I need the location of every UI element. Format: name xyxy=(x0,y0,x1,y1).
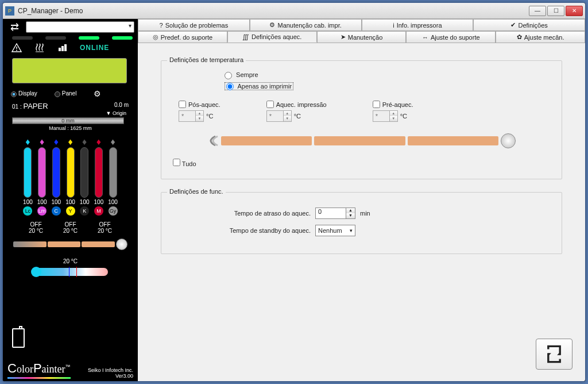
ink-code: Lc xyxy=(23,206,32,216)
drop-icon: ♦ xyxy=(110,138,115,146)
heater-temp-input[interactable]: *▲▼ xyxy=(266,110,292,122)
ink-code: M xyxy=(94,206,103,216)
display-radio[interactable] xyxy=(11,91,17,97)
ink-tube xyxy=(95,147,103,198)
heater-name: Pré-aquec. xyxy=(382,101,413,108)
tab-ajuste-mec-n-[interactable]: ✿Ajuste mecân. xyxy=(496,31,585,43)
drop-icon: ♦ xyxy=(96,138,101,146)
close-button[interactable]: ✕ xyxy=(566,6,583,16)
logo: ColorPainter™ xyxy=(7,361,71,379)
ink-code: Gy xyxy=(109,206,118,216)
heat-icon xyxy=(34,43,45,52)
ink-code: Y xyxy=(66,206,75,216)
tab-label: Ajuste do suporte xyxy=(431,34,480,41)
heater-block: Pós-aquec. *▲▼ °C xyxy=(179,101,220,122)
tab-icon: ? xyxy=(160,22,163,29)
display-label: Display xyxy=(18,90,37,97)
heater-knob-icon xyxy=(116,239,127,250)
spin-down-icon[interactable]: ▼ xyxy=(283,116,291,121)
tab-label: Info. impressora xyxy=(397,22,442,29)
temperature-group: Definições de temperatura Sempre Apenas … xyxy=(161,60,562,179)
tab-label: Ajuste mecân. xyxy=(524,34,564,41)
ink-level: 100 xyxy=(80,199,90,205)
tudo-checkbox[interactable]: Tudo xyxy=(173,160,196,167)
tab-manuten-o[interactable]: ➤Manutenção xyxy=(317,31,407,43)
gear-icon[interactable]: ⚙ xyxy=(94,89,101,98)
drop-icon: ♦ xyxy=(40,138,44,146)
tab-label: Manutenção xyxy=(348,34,383,41)
spin-down-icon[interactable]: ▼ xyxy=(195,116,203,121)
spin-up-icon[interactable]: ▲ xyxy=(346,208,355,213)
swap-icon[interactable]: ⇄ xyxy=(6,21,22,33)
spin-up-icon[interactable]: ▲ xyxy=(283,111,291,116)
thermometer-icon xyxy=(33,268,108,276)
ink-C: ♦ 100 C xyxy=(51,138,61,216)
led-4 xyxy=(112,36,133,40)
opt-printing[interactable]: Apenas ao imprimir xyxy=(225,82,293,90)
spin-down-icon[interactable]: ▼ xyxy=(346,213,355,218)
tab-icon: ◎ xyxy=(153,33,158,41)
ink-Y: ♦ 100 Y xyxy=(65,138,75,216)
function-group: Definições de func. Tempo de atraso do a… xyxy=(161,192,562,254)
standby-select[interactable]: Nenhum xyxy=(315,225,355,236)
heater-name: Pós-aquec. xyxy=(188,101,220,108)
sidebar: ⇄ ONLINE Display Panel ⚙ xyxy=(3,19,138,382)
unit-label: °C xyxy=(206,113,213,120)
heater-bar xyxy=(207,133,516,148)
lcd-display xyxy=(12,58,127,83)
tab-label: Predef. do suporte xyxy=(161,34,213,41)
ink-tube xyxy=(38,147,46,198)
tab-defini-es[interactable]: ✔Definições xyxy=(473,19,585,30)
function-group-title: Definições de func. xyxy=(167,188,226,195)
tab-manuten-o-cab-impr-[interactable]: ⚙Manutenção cab. impr. xyxy=(250,19,362,30)
tab-icon: ✿ xyxy=(517,33,522,41)
led-2 xyxy=(45,36,66,40)
media-bar[interactable]: 0 mm xyxy=(12,117,124,124)
heater-enable-checkbox[interactable] xyxy=(266,101,274,108)
svg-rect-4 xyxy=(61,46,64,51)
drop-icon: ♦ xyxy=(25,138,30,146)
panel-radio[interactable] xyxy=(55,91,60,97)
ink-level: 100 xyxy=(94,199,104,205)
tab-solu-o-de-problemas[interactable]: ?Solução de problemas xyxy=(138,19,250,30)
tab-icon: ✔ xyxy=(510,21,516,29)
opt-always[interactable]: Sempre xyxy=(225,71,258,78)
tab-predef-do-suporte[interactable]: ◎Predef. do suporte xyxy=(138,31,227,43)
heater-temp-input[interactable]: *▲▼ xyxy=(179,110,204,122)
heater-enable-checkbox[interactable] xyxy=(373,101,380,108)
ink-level: 100 xyxy=(51,199,61,205)
led-1 xyxy=(12,36,33,40)
tab-defini-es-aquec-[interactable]: ∭Definições aquec. xyxy=(227,31,317,43)
media-slot: 01 : xyxy=(12,103,22,110)
heater-status: OFF20 °C xyxy=(57,221,84,234)
heater-status-row: OFF20 °COFF20 °COFF20 °C xyxy=(6,218,134,236)
tab-label: Definições xyxy=(518,22,547,29)
heater-enable-checkbox[interactable] xyxy=(179,101,186,108)
heater-temp-input[interactable]: *▲▼ xyxy=(373,110,398,122)
printer-select[interactable] xyxy=(26,21,134,33)
ink-level: 100 xyxy=(23,199,33,205)
heater-name: Aquec. impressão xyxy=(276,101,327,108)
ink-Lc: ♦ 100 Lc xyxy=(23,138,33,216)
ink-status-icon xyxy=(57,43,68,52)
spin-up-icon[interactable]: ▲ xyxy=(389,111,397,116)
window-title: CP_Manager - Demo xyxy=(18,7,529,15)
ink-level: 100 xyxy=(37,199,47,205)
refresh-button[interactable] xyxy=(536,339,572,370)
app-icon: P xyxy=(5,6,14,16)
tab-icon: ⚙ xyxy=(269,21,275,29)
online-status: ONLINE xyxy=(80,44,109,52)
svg-rect-5 xyxy=(64,44,67,51)
tab-icon: ↔ xyxy=(422,34,428,41)
minimize-button[interactable]: — xyxy=(529,6,546,16)
heater-status: OFF20 °C xyxy=(22,221,50,234)
spin-up-icon[interactable]: ▲ xyxy=(195,111,203,116)
spin-down-icon[interactable]: ▼ xyxy=(389,116,397,121)
tab-ajuste-do-suporte[interactable]: ↔Ajuste do suporte xyxy=(406,31,496,43)
media-manual: Manual : 1625 mm xyxy=(12,125,129,131)
maximize-button[interactable]: ☐ xyxy=(547,6,564,16)
panel-label: Panel xyxy=(62,90,77,97)
tab-info-impressora[interactable]: iInfo. impressora xyxy=(362,19,474,30)
ink-code: K xyxy=(80,206,89,216)
delay-input[interactable]: 0▲▼ xyxy=(315,208,355,219)
